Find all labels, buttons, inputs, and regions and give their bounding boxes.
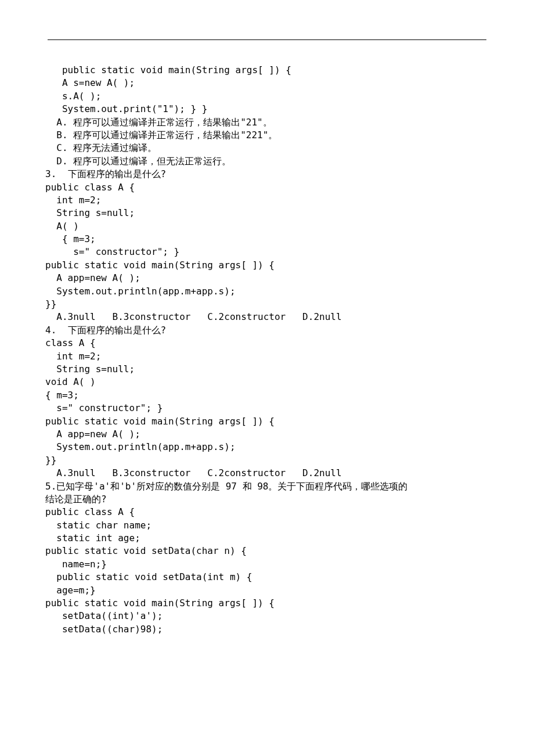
text-line: public static void main(String args[ ]) … bbox=[45, 597, 489, 610]
text-line: setData((int)'a'); bbox=[45, 610, 489, 622]
text-line: void A( ) bbox=[45, 376, 489, 388]
text-line: class A { bbox=[45, 337, 489, 350]
text-line: }} bbox=[45, 298, 489, 311]
text-line: s.A( ); bbox=[45, 90, 489, 103]
page-content: public static void main(String args[ ]) … bbox=[45, 64, 489, 636]
header-rule bbox=[48, 39, 486, 40]
text-line: public static void main(String args[ ]) … bbox=[45, 64, 489, 77]
text-line: static int age; bbox=[45, 532, 489, 545]
text-line: 3. 下面程序的输出是什么? bbox=[45, 168, 489, 181]
text-line: { m=3; bbox=[45, 389, 489, 402]
text-line: }} bbox=[45, 454, 489, 467]
text-line: A.3null B.3constructor C.2constructor D.… bbox=[45, 311, 489, 323]
text-line: 结论是正确的? bbox=[45, 493, 489, 506]
text-line: public class A { bbox=[45, 506, 489, 519]
text-line: s=" constructor"; } bbox=[45, 246, 489, 258]
document-page: public static void main(String args[ ]) … bbox=[0, 0, 534, 756]
text-line: B. 程序可以通过编译并正常运行，结果输出"221"。 bbox=[45, 129, 489, 142]
text-line: public class A { bbox=[45, 181, 489, 194]
text-line: setData((char)98); bbox=[45, 623, 489, 636]
text-line: A app=new A( ); bbox=[45, 428, 489, 441]
text-line: name=n;} bbox=[45, 558, 489, 571]
text-line: String s=null; bbox=[45, 207, 489, 219]
text-line: age=m;} bbox=[45, 584, 489, 597]
text-line: 4. 下面程序的输出是什么? bbox=[45, 324, 489, 337]
text-line: A. 程序可以通过编译并正常运行，结果输出"21"。 bbox=[45, 116, 489, 129]
text-line: public static void main(String args[ ]) … bbox=[45, 259, 489, 272]
text-line: A( ) bbox=[45, 220, 489, 233]
text-line: D. 程序可以通过编译，但无法正常运行。 bbox=[45, 155, 489, 168]
text-line: { m=3; bbox=[45, 233, 489, 246]
text-line: public static void setData(char n) { bbox=[45, 545, 489, 557]
text-line: public static void setData(int m) { bbox=[45, 571, 489, 584]
text-line: public static void main(String args[ ]) … bbox=[45, 415, 489, 428]
text-line: C. 程序无法通过编译。 bbox=[45, 142, 489, 154]
text-line: System.out.println(app.m+app.s); bbox=[45, 441, 489, 453]
text-line: 5.已知字母'a'和'b'所对应的数值分别是 97 和 98。关于下面程序代码，… bbox=[45, 480, 489, 493]
text-line: s=" constructor"; } bbox=[45, 402, 489, 415]
text-line: System.out.print("1"); } } bbox=[45, 103, 489, 116]
text-line: String s=null; bbox=[45, 363, 489, 376]
text-line: int m=2; bbox=[45, 194, 489, 207]
text-line: System.out.println(app.m+app.s); bbox=[45, 285, 489, 298]
text-line: A app=new A( ); bbox=[45, 272, 489, 285]
text-line: int m=2; bbox=[45, 350, 489, 363]
text-line: A s=new A( ); bbox=[45, 77, 489, 89]
text-line: static char name; bbox=[45, 519, 489, 532]
text-line: A.3null B.3constructor C.2constructor D.… bbox=[45, 467, 489, 480]
